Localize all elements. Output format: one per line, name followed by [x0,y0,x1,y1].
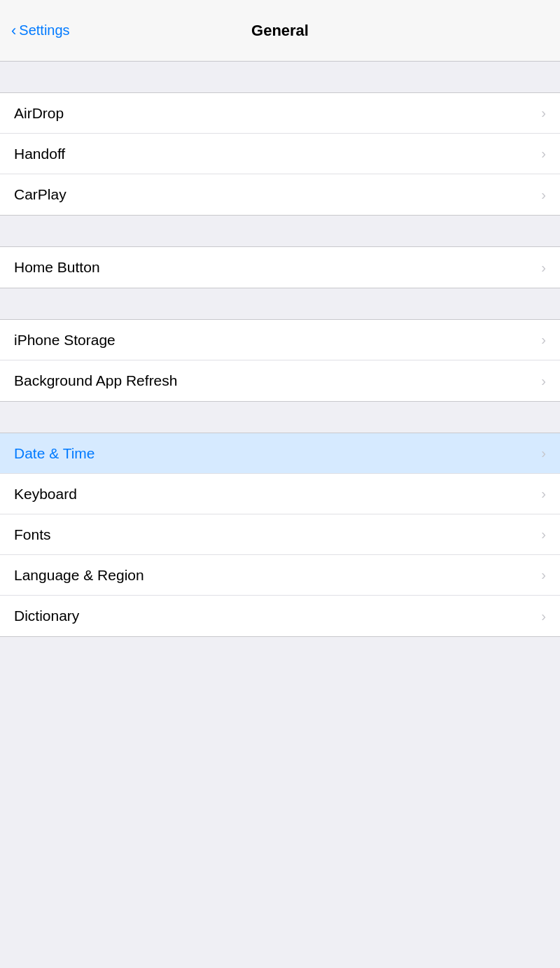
settings-row-background-app-refresh[interactable]: Background App Refresh › [0,360,560,401]
iphone-storage-label: iPhone Storage [14,332,115,349]
settings-row-date-time[interactable]: Date & Time › [0,433,560,474]
carplay-chevron-icon: › [541,187,546,203]
section-gap-3 [0,288,560,319]
date-time-chevron-icon: › [541,445,546,461]
dictionary-chevron-icon: › [541,608,546,624]
bottom-gap [0,637,560,679]
carplay-label: CarPlay [14,186,66,203]
handoff-label: Handoff [14,146,65,162]
settings-row-language-region[interactable]: Language & Region › [0,555,560,596]
settings-row-carplay[interactable]: CarPlay › [0,174,560,215]
language-region-label: Language & Region [14,567,144,584]
keyboard-chevron-icon: › [541,486,546,502]
iphone-storage-chevron-icon: › [541,332,546,348]
back-label: Settings [19,22,69,38]
keyboard-label: Keyboard [14,486,77,503]
settings-row-fonts[interactable]: Fonts › [0,514,560,555]
dictionary-label: Dictionary [14,608,79,624]
airdrop-chevron-icon: › [541,105,546,121]
settings-row-handoff[interactable]: Handoff › [0,134,560,174]
language-region-chevron-icon: › [541,567,546,583]
handoff-chevron-icon: › [541,146,546,162]
page-title: General [251,22,309,40]
home-button-chevron-icon: › [541,260,546,276]
section-gap-4 [0,402,560,433]
background-app-refresh-chevron-icon: › [541,373,546,389]
settings-row-keyboard[interactable]: Keyboard › [0,474,560,514]
settings-row-home-button[interactable]: Home Button › [0,247,560,288]
fonts-chevron-icon: › [541,526,546,542]
back-button[interactable]: ‹ Settings [11,22,70,40]
settings-group-1: AirDrop › Handoff › CarPlay › [0,92,560,216]
navigation-bar: ‹ Settings General [0,0,560,62]
settings-group-2: Home Button › [0,246,560,288]
section-gap-2 [0,216,560,246]
background-app-refresh-label: Background App Refresh [14,372,177,389]
fonts-label: Fonts [14,526,51,543]
settings-row-iphone-storage[interactable]: iPhone Storage › [0,320,560,360]
settings-row-dictionary[interactable]: Dictionary › [0,596,560,636]
section-gap-1 [0,62,560,92]
home-button-label: Home Button [14,259,100,276]
airdrop-label: AirDrop [14,105,64,122]
settings-row-airdrop[interactable]: AirDrop › [0,93,560,134]
settings-group-3: iPhone Storage › Background App Refresh … [0,319,560,402]
back-chevron-icon: ‹ [11,22,16,40]
date-time-label: Date & Time [14,445,95,462]
settings-group-4: Date & Time › Keyboard › Fonts › Languag… [0,433,560,637]
